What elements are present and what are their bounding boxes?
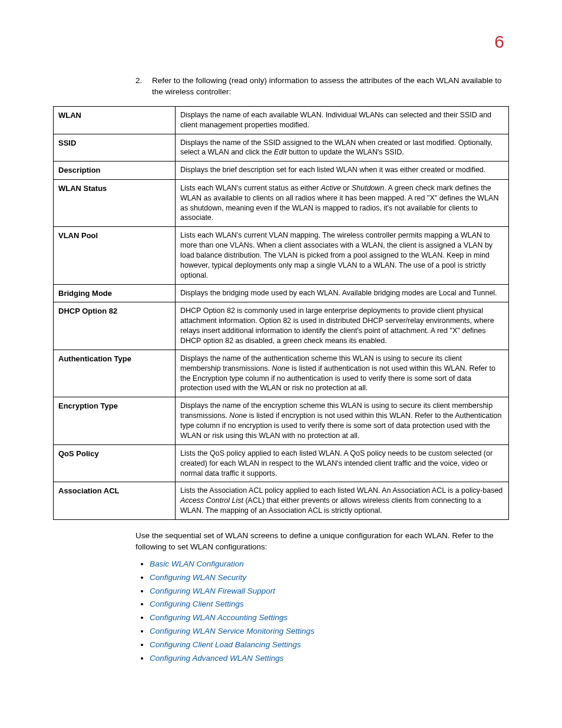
desc-cell: Lists the QoS policy applied to each lis… xyxy=(176,444,509,482)
table-row: Association ACLLists the Association ACL… xyxy=(54,482,509,520)
term-cell: VLAN Pool xyxy=(54,227,176,284)
table-row: Encryption TypeDisplays the name of the … xyxy=(54,397,509,445)
term-cell: QoS Policy xyxy=(54,444,176,482)
list-item: Configuring Client Settings xyxy=(150,599,509,610)
desc-cell: Lists each WLAN's current status as eith… xyxy=(176,179,509,227)
config-link[interactable]: Basic WLAN Configuration xyxy=(150,559,244,568)
intro-paragraph: 2. Refer to the following (read only) in… xyxy=(135,75,509,98)
config-link[interactable]: Configuring WLAN Accounting Settings xyxy=(150,613,287,622)
table-row: DescriptionDisplays the brief descriptio… xyxy=(54,162,509,180)
term-cell: Encryption Type xyxy=(54,397,176,445)
config-link[interactable]: Configuring WLAN Firewall Support xyxy=(150,587,275,595)
desc-cell: Lists the Association ACL policy applied… xyxy=(176,482,509,520)
list-item: Configuring Client Load Balancing Settin… xyxy=(150,640,509,651)
desc-cell: Lists each WLAN's current VLAN mapping. … xyxy=(176,227,509,284)
page-number: 6 xyxy=(53,29,509,54)
term-cell: DHCP Option 82 xyxy=(54,302,176,350)
table-row: Bridging ModeDisplays the bridging mode … xyxy=(54,284,509,302)
desc-cell: Displays the brief description set for e… xyxy=(176,162,509,180)
desc-cell: DHCP Option 82 is commonly used in large… xyxy=(176,302,509,350)
list-item: Configuring WLAN Service Monitoring Sett… xyxy=(150,626,509,637)
term-cell: SSID xyxy=(54,134,176,162)
list-item: Configuring Advanced WLAN Settings xyxy=(150,653,509,664)
list-item: Basic WLAN Configuration xyxy=(150,559,509,570)
table-row: DHCP Option 82DHCP Option 82 is commonly… xyxy=(54,302,509,350)
table-row: QoS PolicyLists the QoS policy applied t… xyxy=(54,444,509,482)
table-row: WLAN StatusLists each WLAN's current sta… xyxy=(54,179,509,227)
after-table-text: Use the sequential set of WLAN screens t… xyxy=(135,531,509,553)
desc-cell: Displays the name of each available WLAN… xyxy=(176,106,509,134)
list-item: Configuring WLAN Accounting Settings xyxy=(150,612,509,624)
config-link[interactable]: Configuring Client Settings xyxy=(150,599,244,608)
desc-cell: Displays the name of the SSID assigned t… xyxy=(176,134,509,162)
table-row: VLAN PoolLists each WLAN's current VLAN … xyxy=(54,227,509,284)
term-cell: Authentication Type xyxy=(54,350,176,397)
table-row: SSIDDisplays the name of the SSID assign… xyxy=(54,134,509,162)
intro-text: Refer to the following (read only) infor… xyxy=(152,75,509,98)
wlan-attributes-table: WLANDisplays the name of each available … xyxy=(53,106,509,520)
config-links-list: Basic WLAN ConfigurationConfiguring WLAN… xyxy=(135,559,509,664)
table-row: WLANDisplays the name of each available … xyxy=(54,106,509,134)
desc-cell: Displays the name of the authentication … xyxy=(176,350,509,397)
config-link[interactable]: Configuring Client Load Balancing Settin… xyxy=(150,640,301,649)
term-cell: Description xyxy=(54,162,176,180)
term-cell: Bridging Mode xyxy=(54,284,176,302)
desc-cell: Displays the name of the encryption sche… xyxy=(176,397,509,445)
intro-number: 2. xyxy=(135,75,152,98)
config-link[interactable]: Configuring WLAN Security xyxy=(150,573,246,582)
desc-cell: Displays the bridging mode used by each … xyxy=(176,284,509,302)
config-link[interactable]: Configuring WLAN Service Monitoring Sett… xyxy=(150,627,315,635)
term-cell: WLAN Status xyxy=(54,179,176,227)
table-row: Authentication TypeDisplays the name of … xyxy=(54,350,509,397)
term-cell: Association ACL xyxy=(54,482,176,520)
config-link[interactable]: Configuring Advanced WLAN Settings xyxy=(150,654,284,663)
term-cell: WLAN xyxy=(54,106,176,134)
list-item: Configuring WLAN Firewall Support xyxy=(150,586,509,597)
list-item: Configuring WLAN Security xyxy=(150,572,509,584)
